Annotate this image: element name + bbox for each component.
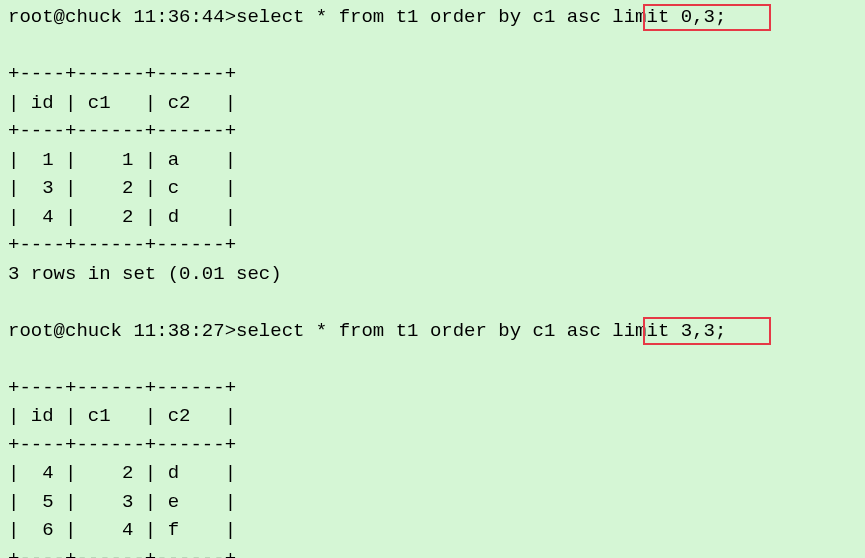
table-row: | 4 | 2 | d | (8, 203, 857, 232)
table-row: | 1 | 1 | a | (8, 146, 857, 175)
query-highlight: limit 0,3; (612, 6, 726, 28)
blank-line (8, 288, 857, 317)
table-row: | 3 | 2 | c | (8, 174, 857, 203)
table-row: | 6 | 4 | f | (8, 516, 857, 545)
query2-prompt-line: root@chuck 11:38:27>select * from t1 ord… (8, 317, 857, 374)
prompt-prefix: root@chuck 11:38:27> (8, 320, 236, 342)
table-row: | 5 | 3 | e | (8, 488, 857, 517)
query-highlight: limit 3,3; (612, 320, 726, 342)
prompt-prefix: root@chuck 11:36:44> (8, 6, 236, 28)
table-header: | id | c1 | c2 | (8, 89, 857, 118)
query1-prompt-line: root@chuck 11:36:44>select * from t1 ord… (8, 3, 857, 60)
result-summary: 3 rows in set (0.01 sec) (8, 260, 857, 289)
table-header: | id | c1 | c2 | (8, 402, 857, 431)
table-border: +----+------+------+ (8, 117, 857, 146)
query-text-before: select * from t1 order by c1 asc (236, 320, 612, 342)
table-border: +----+------+------+ (8, 374, 857, 403)
table-border: +----+------+------+ (8, 545, 857, 559)
table-border: +----+------+------+ (8, 60, 857, 89)
table-row: | 4 | 2 | d | (8, 459, 857, 488)
table-border: +----+------+------+ (8, 431, 857, 460)
query-text-before: select * from t1 order by c1 asc (236, 6, 612, 28)
table-border: +----+------+------+ (8, 231, 857, 260)
